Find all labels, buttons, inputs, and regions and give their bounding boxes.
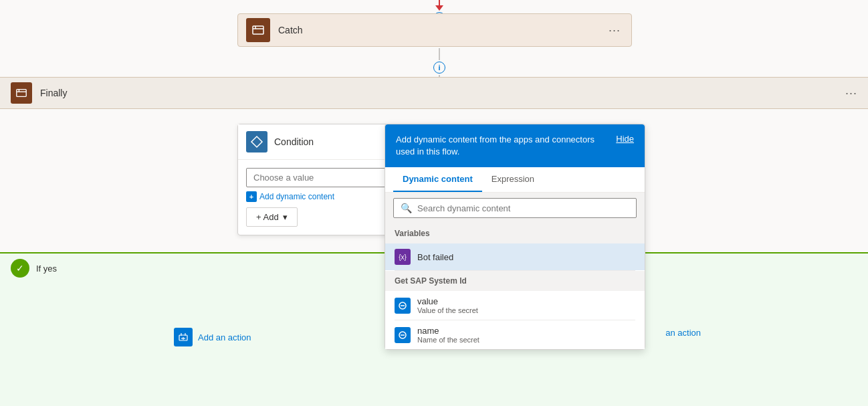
finally-ellipsis-button[interactable]: ··· <box>840 84 863 103</box>
plus-icon: + <box>246 191 257 202</box>
catch-ellipsis-button[interactable]: ··· <box>603 21 626 40</box>
tab-dynamic-content[interactable]: Dynamic content <box>393 167 482 192</box>
search-input[interactable] <box>417 203 629 213</box>
add-action-icon <box>174 328 193 346</box>
dynamic-panel-header: Add dynamic content from the apps and co… <box>385 124 645 167</box>
add-action-label: Add an action <box>198 332 251 342</box>
search-box-wrap: 🔍 <box>385 193 645 223</box>
catch-icon <box>246 18 270 42</box>
dynamic-tabs: Dynamic content Expression <box>385 167 645 193</box>
bot-failed-text: Bot failed <box>417 252 453 262</box>
section-variables: Variables <box>385 223 645 243</box>
add-button-label: + Add <box>256 212 279 222</box>
if-yes-check-icon: ✓ <box>11 259 29 278</box>
search-icon: 🔍 <box>401 203 412 213</box>
bot-failed-icon: {x} <box>395 249 411 265</box>
value-sub: Value of the secret <box>417 306 478 314</box>
list-item[interactable]: name Name of the secret <box>385 320 645 349</box>
add-dynamic-label: Add dynamic content <box>259 192 334 201</box>
catch-label: Catch <box>278 25 623 35</box>
catch-block: Catch ··· <box>237 13 632 47</box>
finally-label: Finally <box>40 88 857 98</box>
value-text: value Value of the secret <box>417 296 478 314</box>
value-icon <box>395 298 411 314</box>
value-name: value <box>417 296 478 306</box>
right-add-action-link[interactable]: an action <box>665 328 701 338</box>
name-icon <box>395 327 411 343</box>
hide-button[interactable]: Hide <box>616 134 634 144</box>
name-name: name <box>417 326 479 336</box>
add-action-button[interactable]: Add an action <box>174 328 251 346</box>
chevron-down-icon: ▾ <box>283 212 288 222</box>
name-text: name Name of the secret <box>417 326 479 344</box>
choose-value-input[interactable] <box>246 168 393 187</box>
info-circle-middle[interactable]: i <box>433 62 445 74</box>
finally-icon <box>11 82 32 104</box>
name-sub: Name of the secret <box>417 336 479 344</box>
dynamic-panel-description: Add dynamic content from the apps and co… <box>396 134 608 158</box>
section-sap: Get SAP System Id <box>385 271 645 291</box>
list-item[interactable]: value Value of the secret <box>385 291 645 320</box>
canvas: i Catch ··· i <box>0 0 868 406</box>
condition-icon <box>246 131 267 153</box>
dynamic-content-panel: Add dynamic content from the apps and co… <box>385 124 645 350</box>
bot-failed-name: Bot failed <box>417 252 453 262</box>
panel-body: Variables {x} Bot failed Get SAP System … <box>385 223 645 349</box>
svg-rect-3 <box>17 90 26 97</box>
svg-marker-6 <box>251 136 262 147</box>
tab-expression[interactable]: Expression <box>482 167 544 192</box>
add-button[interactable]: + Add ▾ <box>246 207 298 227</box>
list-item[interactable]: {x} Bot failed <box>385 243 645 270</box>
search-box: 🔍 <box>393 198 637 218</box>
finally-section: Finally ··· <box>0 77 868 109</box>
svg-rect-0 <box>253 26 263 34</box>
if-yes-label: If yes <box>36 264 57 274</box>
